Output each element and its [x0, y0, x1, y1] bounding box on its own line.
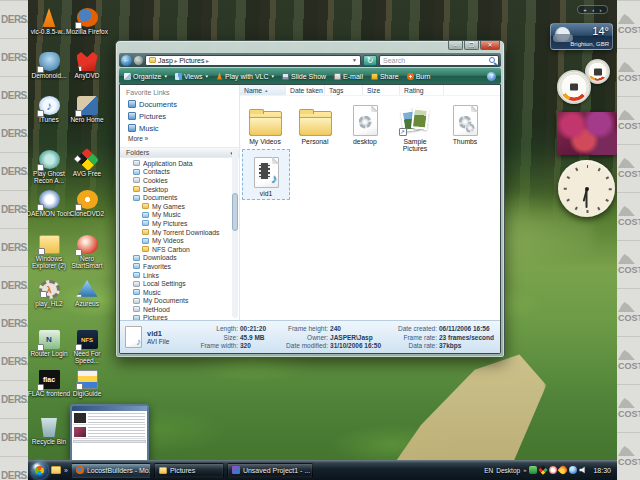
taskbar-button-firefox[interactable]: LocostBuilders - Mo...: [71, 463, 151, 478]
desktop-icon-nerostart[interactable]: Nero StartSmart: [64, 235, 110, 269]
green-shield-icon[interactable]: [529, 466, 537, 474]
cpu-gauge-icon: [557, 70, 591, 104]
taskbar-clock[interactable]: 18:30: [593, 467, 611, 474]
toolbar-organize[interactable]: Organize▾: [124, 73, 167, 80]
toolbar-share[interactable]: Share: [371, 73, 399, 80]
sidebar-link-music[interactable]: Music: [120, 122, 239, 134]
tree-item[interactable]: Pictures: [120, 314, 239, 320]
file-vid1[interactable]: ♪vid1: [242, 149, 290, 200]
sidebar-link-documents[interactable]: Documents: [120, 98, 239, 110]
tree-item[interactable]: My Documents: [120, 297, 239, 306]
taskbar-button-moviemaker[interactable]: Unsaved Project1 - ...: [227, 463, 313, 478]
desktop-toolbar[interactable]: Desktop: [496, 467, 520, 474]
tree-item[interactable]: My Torrent Downloads: [120, 228, 239, 237]
breadcrumb-dropdown-icon[interactable]: ▼: [352, 57, 357, 63]
quick-launch-icon[interactable]: [51, 466, 61, 474]
tree-scrollbar-thumb[interactable]: [232, 193, 238, 231]
tree-item[interactable]: Local Settings: [120, 279, 239, 288]
back-button[interactable]: ←: [121, 55, 132, 66]
toolbar-burn[interactable]: Burn: [407, 73, 431, 80]
post-text: [88, 413, 145, 423]
column-header-name[interactable]: Name▲: [240, 85, 286, 95]
title-bar[interactable]: – ❐ ✕: [119, 41, 501, 53]
minimize-button[interactable]: –: [448, 41, 463, 50]
taskbar-button-folder[interactable]: Pictures: [154, 463, 224, 478]
toolbar-views[interactable]: Views▾: [175, 73, 208, 80]
file-sample-pictures[interactable]: ↗Sample Pictures: [391, 100, 439, 152]
file-thumbs[interactable]: Thumbs: [441, 100, 489, 145]
tree-item[interactable]: Cookies: [120, 176, 239, 185]
file-personal[interactable]: Personal: [291, 100, 339, 145]
add-gadget-icon[interactable]: +: [583, 7, 587, 13]
close-button[interactable]: ✕: [480, 41, 500, 50]
desktop-icon-azureus[interactable]: Azureus: [64, 280, 110, 307]
breadcrumb-segment[interactable]: Pictures: [179, 57, 204, 64]
tree-item-label: My Pictures: [152, 220, 188, 227]
preview-window[interactable]: [70, 404, 149, 462]
tree-item[interactable]: Links: [120, 271, 239, 280]
desktop-icon-nfs[interactable]: NFSNeed For Speed...: [64, 330, 110, 364]
sidebar-control[interactable]: + ‹ ›: [577, 5, 608, 14]
volume-icon[interactable]: [579, 466, 587, 474]
desktop-icon-nero-home[interactable]: Nero Home: [64, 96, 110, 123]
breadcrumb[interactable]: Jasp ▸ Pictures ▸ ▼: [145, 55, 361, 66]
desktop-icon-digi[interactable]: DigiGuide: [64, 370, 110, 397]
network-globe-icon[interactable]: [569, 466, 577, 474]
prev-page-icon[interactable]: ‹: [592, 7, 594, 13]
tree-item[interactable]: Documents: [120, 193, 239, 202]
flame-icon[interactable]: [558, 464, 569, 475]
tree-item[interactable]: NetHood: [120, 305, 239, 314]
column-header-size[interactable]: Size: [363, 85, 400, 95]
cpu-meter-gadget[interactable]: [555, 58, 615, 104]
photo-slideshow-gadget[interactable]: [557, 112, 617, 155]
search-box[interactable]: [379, 55, 499, 66]
refresh-button[interactable]: ↻: [363, 55, 377, 66]
forward-button[interactable]: →: [134, 56, 143, 65]
tree-item[interactable]: Favorites: [120, 262, 239, 271]
tree-item[interactable]: My Videos: [120, 236, 239, 245]
tree-scrollbar[interactable]: [232, 149, 238, 318]
search-input[interactable]: [383, 57, 489, 64]
file-my-videos[interactable]: My Videos: [241, 100, 289, 145]
column-header-tags[interactable]: Tags: [325, 85, 363, 95]
sidebar-link-pictures[interactable]: Pictures: [120, 110, 239, 122]
search-icon[interactable]: [489, 57, 495, 63]
tree-item[interactable]: My Pictures: [120, 219, 239, 228]
clock-gadget[interactable]: [558, 160, 615, 217]
desktop-icon-recycle[interactable]: Recycle Bin: [28, 418, 72, 445]
tree-item[interactable]: My Music: [120, 211, 239, 220]
desktop-icon-avg[interactable]: AVG Free: [64, 150, 110, 177]
quick-launch-overflow-icon[interactable]: »: [64, 467, 68, 474]
column-header-label: Date taken: [290, 87, 323, 94]
help-icon[interactable]: ?: [487, 72, 496, 81]
tree-item[interactable]: Desktop: [120, 185, 239, 194]
maximize-button[interactable]: ❐: [464, 41, 479, 50]
more-links[interactable]: More »: [120, 134, 239, 144]
column-header-date-taken[interactable]: Date taken: [286, 85, 325, 95]
tray-chevron-icon[interactable]: »: [523, 467, 526, 473]
tree-item[interactable]: NFS Carbon: [120, 245, 239, 254]
file-desktop[interactable]: desktop: [341, 100, 389, 145]
tree-item[interactable]: Contacts: [120, 168, 239, 177]
toolbar-item-label: Burn: [416, 73, 431, 80]
avg-icon[interactable]: [539, 465, 549, 475]
toolbar-slide-show[interactable]: Slide Show: [282, 73, 326, 80]
language-indicator[interactable]: EN: [484, 467, 493, 474]
toolbar-e-mail[interactable]: E-mail: [334, 73, 363, 80]
red-alert-icon[interactable]: [549, 466, 557, 474]
next-page-icon[interactable]: ›: [600, 7, 602, 13]
tree-item[interactable]: Music: [120, 288, 239, 297]
column-header-rating[interactable]: Rating: [400, 85, 444, 95]
tree-item[interactable]: Downloads: [120, 254, 239, 263]
folders-header[interactable]: Folders ▾: [120, 147, 239, 158]
desktop-icon-firefox[interactable]: Mozilla Firefox: [64, 8, 110, 35]
breadcrumb-segment[interactable]: Jasp: [158, 57, 173, 64]
toolbar-play-with-vlc[interactable]: Play with VLC▾: [216, 73, 274, 80]
desktop-icon-clonedvd[interactable]: CloneDVD2: [64, 190, 110, 217]
start-button[interactable]: [31, 462, 48, 479]
weather-gadget[interactable]: 14° Brighton, GBR: [550, 23, 613, 50]
tree-item[interactable]: Application Data: [120, 159, 239, 168]
tree-item[interactable]: My Games: [120, 202, 239, 211]
desktop-icon-anydvd[interactable]: AnyDVD: [64, 52, 110, 79]
favorite-links-title: Favorite Links: [120, 88, 239, 98]
